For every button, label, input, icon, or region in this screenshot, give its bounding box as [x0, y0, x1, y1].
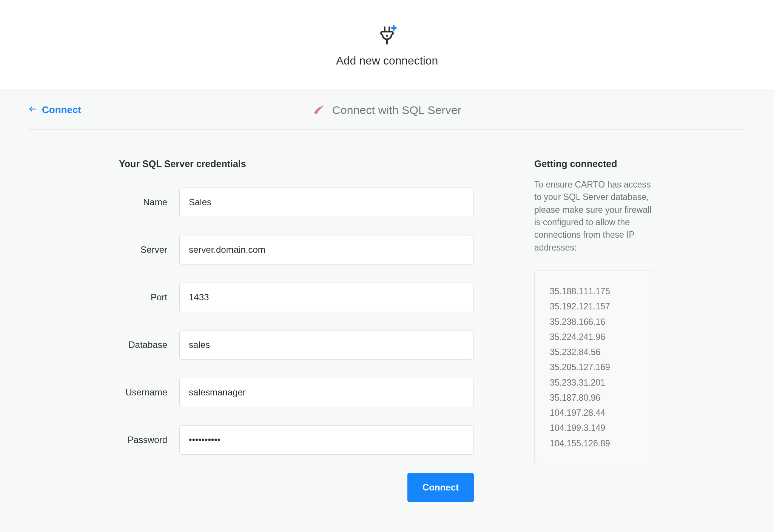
field-row-password: Password	[119, 425, 474, 455]
ip-address: 104.197.28.44	[550, 405, 640, 420]
field-row-server: Server	[119, 235, 474, 264]
label-username: Username	[119, 387, 179, 398]
content: Your SQL Server credentials Name Server …	[28, 130, 746, 502]
form-section-title: Your SQL Server credentials	[119, 158, 474, 169]
ip-address: 35.187.80.96	[550, 390, 640, 405]
page-title: Add new connection	[336, 54, 438, 67]
help-panel: Getting connected To ensure CARTO has ac…	[534, 158, 655, 502]
label-port: Port	[119, 292, 179, 303]
ip-address: 35.232.84.56	[550, 344, 640, 360]
sub-area: Connect Connect with SQL Server Your SQL…	[0, 91, 774, 532]
page: Add new connection Connect	[0, 0, 774, 532]
ip-address: 35.192.121.157	[550, 299, 640, 314]
input-port[interactable]	[179, 283, 474, 312]
ip-address: 35.238.166.16	[550, 314, 640, 329]
help-title: Getting connected	[534, 158, 655, 169]
sql-server-icon	[313, 103, 325, 117]
input-name[interactable]	[179, 188, 474, 217]
input-password[interactable]	[179, 425, 474, 455]
field-row-username: Username	[119, 378, 474, 407]
ip-box: 35.188.111.17535.192.121.15735.238.166.1…	[534, 271, 655, 464]
form-panel: Your SQL Server credentials Name Server …	[28, 158, 474, 502]
arrow-left-icon	[28, 104, 37, 116]
ip-address: 35.205.127.169	[550, 360, 640, 375]
button-row: Connect	[119, 473, 474, 502]
help-text: To ensure CARTO has access to your SQL S…	[534, 178, 655, 254]
ip-address: 104.199.3.149	[550, 420, 640, 435]
svg-point-3	[386, 35, 388, 37]
label-server: Server	[119, 244, 179, 255]
field-row-port: Port	[119, 283, 474, 312]
connect-button[interactable]: Connect	[407, 473, 474, 502]
back-link-label: Connect	[42, 104, 81, 116]
subbar: Connect Connect with SQL Server	[28, 91, 746, 130]
plug-plus-icon	[375, 23, 399, 48]
ip-address: 35.233.31.201	[550, 375, 640, 390]
subbar-title: Connect with SQL Server	[332, 104, 461, 117]
ip-address: 104.155.126.89	[550, 436, 640, 451]
field-row-name: Name	[119, 188, 474, 217]
subbar-title-wrap: Connect with SQL Server	[28, 103, 746, 117]
input-username[interactable]	[179, 378, 474, 407]
input-database[interactable]	[179, 330, 474, 360]
header: Add new connection	[0, 0, 774, 91]
label-password: Password	[119, 435, 179, 445]
field-row-database: Database	[119, 330, 474, 360]
input-server[interactable]	[179, 235, 474, 264]
ip-address: 35.188.111.175	[550, 284, 640, 299]
label-database: Database	[119, 340, 179, 350]
back-link[interactable]: Connect	[28, 104, 81, 116]
ip-address: 35.224.241.96	[550, 329, 640, 344]
label-name: Name	[119, 197, 179, 208]
